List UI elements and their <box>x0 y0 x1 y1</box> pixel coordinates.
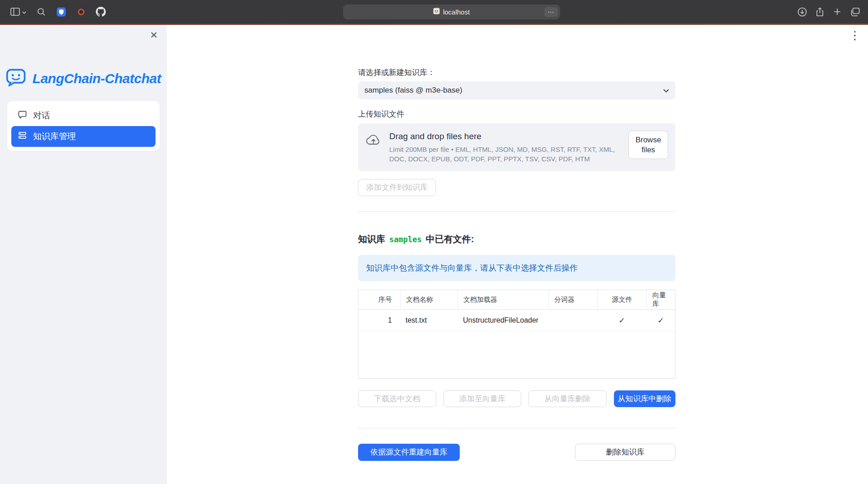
nav-item-dialogue[interactable]: 对话 <box>11 105 156 126</box>
delete-from-kb-button[interactable]: 从知识库中删除 <box>614 390 676 407</box>
sidebar: ✕ LangChain-Chatchat 对 <box>0 25 167 484</box>
divider <box>358 428 675 428</box>
delete-from-vector-store-button[interactable]: 从向量库删除 <box>528 390 607 407</box>
cell-source-file-check: ✓ <box>597 310 646 331</box>
extension-ring-icon[interactable] <box>76 7 86 17</box>
main-content: 请选择或新建知识库： samples (faiss @ m3e-base) 上传… <box>358 25 675 461</box>
col-header-index[interactable]: 序号 <box>359 290 400 310</box>
search-icon[interactable] <box>36 7 46 17</box>
col-header-vector-store[interactable]: 向量库 <box>646 290 675 310</box>
row-actions: 下载选中文档 添加至向量库 从向量库删除 从知识库中删除 <box>358 390 675 407</box>
sidebar-toggle-icon <box>10 7 20 17</box>
col-header-doc-name[interactable]: 文档名称 <box>400 290 458 310</box>
info-alert: 知识库中包含源文件与向量库，请从下表中选择文件后操作 <box>358 255 675 281</box>
kb-name-code: samples <box>389 235 422 244</box>
nav-item-knowledge-base[interactable]: 知识库管理 <box>11 126 156 147</box>
site-favicon <box>433 8 440 16</box>
app-logo: LangChain-Chatchat <box>0 68 167 89</box>
cell-vector-store-check: ✓ <box>646 310 675 331</box>
address-options-button[interactable]: ⋯ <box>544 7 558 17</box>
streamlit-menu-button[interactable]: ⋮ <box>849 29 861 41</box>
file-dropzone[interactable]: Drag and drop files here Limit 200MB per… <box>358 123 675 171</box>
add-files-to-kb-button[interactable]: 添加文件到知识库 <box>358 179 436 196</box>
nav-item-label: 知识库管理 <box>33 131 76 142</box>
cell-doc-name: test.txt <box>400 310 458 331</box>
upload-section-label: 上传知识文件 <box>358 109 675 119</box>
kb-heading-suffix: 中已有文件: <box>426 233 474 245</box>
address-text: localhost <box>443 8 470 16</box>
col-header-splitter[interactable]: 分词器 <box>548 290 597 310</box>
github-extension-icon[interactable] <box>96 7 106 17</box>
cell-loader: UnstructuredFileLoader <box>458 310 548 331</box>
cell-splitter <box>548 310 597 331</box>
kb-files-heading: 知识库 samples 中已有文件: <box>358 233 675 245</box>
kb-heading-prefix: 知识库 <box>358 233 385 245</box>
browser-toolbar: localhost ⋯ <box>0 0 868 23</box>
downloads-icon[interactable] <box>797 7 807 17</box>
dropzone-instructions: Drag and drop files here Limit 200MB per… <box>389 131 621 164</box>
download-selected-button[interactable]: 下载选中文档 <box>358 390 436 407</box>
delete-kb-button[interactable]: 删除知识库 <box>575 444 675 461</box>
new-tab-icon[interactable] <box>832 7 842 17</box>
extension-blue-shield-icon[interactable] <box>56 7 66 17</box>
divider <box>358 211 675 212</box>
chevron-down-icon <box>22 8 26 16</box>
sidebar-close-icon[interactable]: ✕ <box>150 30 158 40</box>
browse-files-button[interactable]: Browse files <box>628 131 668 159</box>
rebuild-vector-store-button[interactable]: 依据源文件重建向量库 <box>358 444 460 461</box>
sidebar-nav: 对话 知识库管理 <box>7 101 160 151</box>
col-header-source-file[interactable]: 源文件 <box>597 290 646 310</box>
kb-files-table: 序号 文档名称 文档加载器 分词器 源文件 向量库 1 test.txt Uns… <box>358 290 675 379</box>
cell-index: 1 <box>359 310 400 331</box>
chat-icon <box>18 110 27 122</box>
browser-sidebar-toggle[interactable] <box>10 7 26 17</box>
app-page: ⋮ ✕ LangChain-Chatchat <box>0 25 868 488</box>
nav-item-label: 对话 <box>33 110 50 122</box>
chevron-down-icon <box>663 86 669 95</box>
dropzone-limit-text: Limit 200MB per file • EML, HTML, JSON, … <box>389 145 621 164</box>
add-to-vector-store-button[interactable]: 添加至向量库 <box>443 390 522 407</box>
cloud-upload-icon <box>365 131 382 149</box>
tab-overview-icon[interactable] <box>850 7 860 17</box>
knowledge-base-icon <box>18 131 27 142</box>
kb-select[interactable]: samples (faiss @ m3e-base) <box>358 81 675 99</box>
table-row[interactable]: 1 test.txt UnstructuredFileLoader ✓ ✓ <box>359 310 675 332</box>
kb-select-value: samples (faiss @ m3e-base) <box>364 86 462 95</box>
address-bar[interactable]: localhost ⋯ <box>343 5 560 19</box>
share-icon[interactable] <box>815 7 825 17</box>
kb-actions: 依据源文件重建向量库 删除知识库 <box>358 444 675 461</box>
dropzone-title: Drag and drop files here <box>389 131 621 141</box>
col-header-loader[interactable]: 文档加载器 <box>458 290 548 310</box>
table-header-row: 序号 文档名称 文档加载器 分词器 源文件 向量库 <box>359 290 675 310</box>
app-logo-text: LangChain-Chatchat <box>33 71 161 86</box>
kb-select-label: 请选择或新建知识库： <box>358 67 675 78</box>
chat-bubble-logo-icon <box>6 68 28 89</box>
